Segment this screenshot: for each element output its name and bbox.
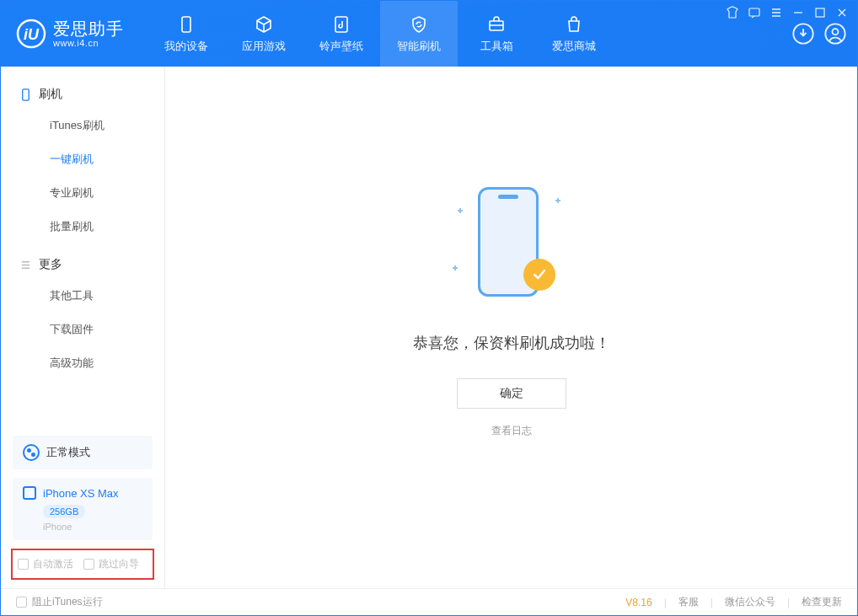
wechat-link[interactable]: 微信公众号 xyxy=(725,595,775,609)
logo-icon: iU xyxy=(16,19,46,49)
maximize-button[interactable] xyxy=(813,6,827,19)
device-box[interactable]: iPhone XS Max 256GB iPhone xyxy=(13,478,153,540)
storage-badge: 256GB xyxy=(43,505,85,518)
tab-toolbox[interactable]: 工具箱 xyxy=(458,1,535,67)
sidebar-group-more: 更多 xyxy=(1,250,164,279)
main-content: 恭喜您，保资料刷机成功啦！ 确定 查看日志 xyxy=(165,67,857,588)
mode-box[interactable]: 正常模式 xyxy=(13,436,153,469)
ok-button[interactable]: 确定 xyxy=(457,378,566,409)
success-message: 恭喜您，保资料刷机成功啦！ xyxy=(413,333,610,353)
svg-rect-0 xyxy=(749,8,759,16)
sidebar-item-onekey-flash[interactable]: 一键刷机 xyxy=(1,142,164,176)
group-label: 更多 xyxy=(39,257,62,272)
tab-flash[interactable]: 智能刷机 xyxy=(380,1,458,67)
feedback-icon[interactable] xyxy=(748,6,761,19)
sidebar-item-other-tools[interactable]: 其他工具 xyxy=(1,279,164,313)
skip-guide-checkbox[interactable]: 跳过向导 xyxy=(83,557,139,571)
tab-store[interactable]: 爱思商城 xyxy=(535,1,613,67)
main-tabs: 我的设备 应用游戏 铃声壁纸 智能刷机 工具箱 爱思商城 xyxy=(147,1,613,67)
app-name: 爱思助手 xyxy=(53,19,124,38)
close-button[interactable] xyxy=(835,6,849,19)
sidebar-item-itunes-flash[interactable]: iTunes刷机 xyxy=(1,109,164,142)
svg-text:iU: iU xyxy=(24,26,40,43)
sidebar-group-flash: 刷机 xyxy=(1,80,164,109)
check-update-link[interactable]: 检查更新 xyxy=(802,595,842,609)
view-log-link[interactable]: 查看日志 xyxy=(491,424,532,438)
status-bar: 阻止iTunes运行 V8.16 | 客服 | 微信公众号 | 检查更新 xyxy=(1,588,857,615)
support-link[interactable]: 客服 xyxy=(678,595,699,609)
app-window: iU 爱思助手 www.i4.cn 我的设备 应用游戏 铃声壁纸 智能刷机 xyxy=(0,0,858,616)
menu-icon[interactable] xyxy=(770,6,783,19)
window-controls xyxy=(726,6,849,19)
svg-point-9 xyxy=(833,29,839,35)
tab-device[interactable]: 我的设备 xyxy=(147,1,225,67)
sidebar-item-batch-flash[interactable]: 批量刷机 xyxy=(1,210,164,244)
tab-label: 铃声壁纸 xyxy=(319,39,363,54)
bag-icon xyxy=(564,14,584,35)
mode-label: 正常模式 xyxy=(46,445,90,460)
auto-activate-checkbox[interactable]: 自动激活 xyxy=(18,557,73,571)
sidebar: 刷机 iTunes刷机 一键刷机 专业刷机 批量刷机 更多 其他工具 下载固件 … xyxy=(1,67,165,588)
device-name: iPhone XS Max xyxy=(43,487,119,500)
user-button[interactable] xyxy=(823,22,847,46)
music-icon xyxy=(331,14,351,35)
svg-rect-1 xyxy=(816,8,824,17)
sidebar-item-pro-flash[interactable]: 专业刷机 xyxy=(1,176,164,210)
tab-label: 我的设备 xyxy=(164,39,208,54)
options-box: 自动激活 跳过向导 xyxy=(11,549,154,580)
check-icon xyxy=(523,259,555,291)
tab-label: 智能刷机 xyxy=(397,39,441,54)
block-itunes-checkbox[interactable]: 阻止iTunes运行 xyxy=(16,595,103,609)
tab-label: 应用游戏 xyxy=(242,39,286,54)
tab-ringtone[interactable]: 铃声壁纸 xyxy=(303,1,380,67)
phone-small-icon xyxy=(23,486,36,500)
device-type: iPhone xyxy=(43,522,142,532)
more-icon xyxy=(19,259,32,271)
app-url: www.i4.cn xyxy=(53,38,124,48)
svg-rect-4 xyxy=(182,17,190,32)
success-illustration xyxy=(453,183,571,309)
svg-rect-10 xyxy=(23,88,29,99)
phone-icon xyxy=(176,14,196,35)
toolbox-icon xyxy=(486,14,507,35)
tab-apps[interactable]: 应用游戏 xyxy=(225,1,303,67)
sidebar-item-advanced[interactable]: 高级功能 xyxy=(1,346,164,380)
tab-label: 工具箱 xyxy=(480,39,513,54)
svg-point-8 xyxy=(825,24,845,43)
svg-rect-5 xyxy=(335,17,347,32)
version-label: V8.16 xyxy=(625,597,652,608)
shield-refresh-icon xyxy=(409,14,429,35)
logo[interactable]: iU 爱思助手 www.i4.cn xyxy=(1,19,139,49)
skin-icon[interactable] xyxy=(726,6,739,19)
sidebar-item-download-firmware[interactable]: 下载固件 xyxy=(1,313,164,346)
device-icon xyxy=(19,88,32,101)
minimize-button[interactable] xyxy=(791,6,805,19)
mode-icon xyxy=(23,444,40,461)
cube-icon xyxy=(254,14,274,35)
tab-label: 爱思商城 xyxy=(552,39,596,54)
body: 刷机 iTunes刷机 一键刷机 专业刷机 批量刷机 更多 其他工具 下载固件 … xyxy=(1,67,857,588)
header-right xyxy=(791,22,857,46)
group-label: 刷机 xyxy=(39,87,62,102)
sidebar-bottom: 正常模式 iPhone XS Max 256GB iPhone 自动激活 跳过向… xyxy=(1,427,164,588)
logo-text: 爱思助手 www.i4.cn xyxy=(53,19,124,48)
download-button[interactable] xyxy=(791,22,815,46)
